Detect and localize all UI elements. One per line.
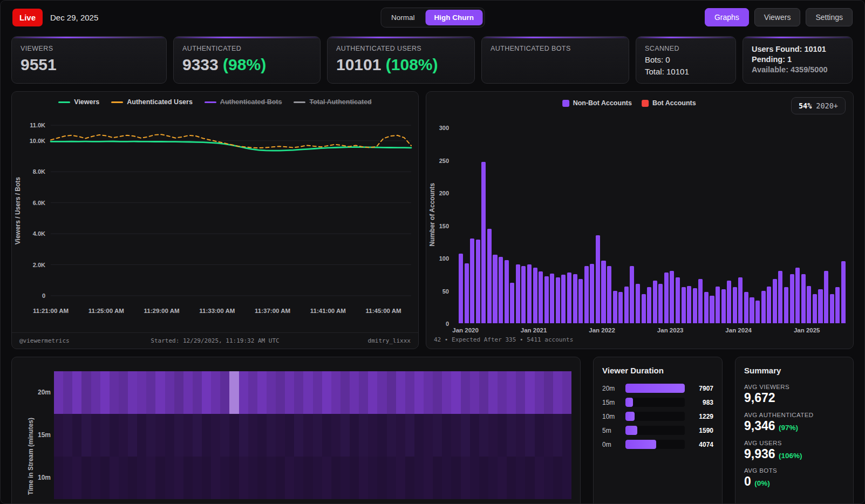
account-bar: [790, 274, 794, 323]
account-bar: [738, 277, 743, 323]
heatmap-cell: [479, 457, 488, 499]
summary-item-avg-viewers: AVG VIEWERS9,672: [744, 384, 844, 406]
mode-button-normal[interactable]: Normal: [383, 10, 424, 25]
footer-channel: @viewermetrics: [19, 337, 117, 344]
heatmap-cell: [479, 371, 488, 414]
heatmap-cell: [267, 371, 276, 414]
bar-x-tick: Jan 2022: [589, 327, 615, 333]
heatmap-cell: [239, 457, 248, 499]
heatmap-cell: [359, 414, 368, 457]
heatmap-cell: [405, 457, 414, 499]
legend-item-total-authenticated[interactable]: Total Authenticated: [294, 98, 371, 106]
heatmap-cell: [414, 371, 424, 414]
heatmap-cell: [220, 457, 229, 499]
duration-value: 1229: [690, 413, 713, 420]
heatmap-cell: [340, 457, 350, 499]
stat-card-viewers: VIEWERS 9551: [11, 36, 167, 84]
account-bar: [830, 294, 834, 323]
legend-swatch-non-bot-accounts: [562, 100, 569, 107]
heatmap-cell: [165, 457, 174, 499]
summary-item-label: AVG USERS: [744, 440, 844, 446]
svg-text:6.0K: 6.0K: [33, 200, 45, 206]
heatmap-cell: [313, 371, 322, 414]
legend-item-non-bot-accounts[interactable]: Non-Bot Accounts: [562, 99, 632, 107]
legend-item-authenticated-bots[interactable]: Authenticated Bots: [205, 98, 282, 106]
account-bar: [670, 271, 674, 323]
duration-bar-fill: [625, 398, 633, 407]
stat-label: AUTHENTICATED: [182, 45, 311, 52]
heatmap-cell: [322, 371, 331, 414]
legend-label: Non-Bot Accounts: [573, 99, 632, 107]
svg-text:11:33:00 AM: 11:33:00 AM: [199, 308, 235, 314]
mode-button-high-churn[interactable]: High Churn: [426, 10, 483, 25]
duration-row-15m: 15m983: [602, 398, 713, 407]
nav-button-viewers[interactable]: Viewers: [754, 8, 801, 26]
bar-y-tick: 50: [442, 288, 449, 295]
heatmap-cell: [110, 457, 119, 499]
account-bar: [767, 287, 771, 323]
heatmap-cell: [155, 371, 165, 414]
svg-text:2.0K: 2.0K: [33, 262, 45, 268]
heatmap-cell: [248, 371, 257, 414]
duration-bar-track: [625, 426, 685, 435]
account-bar: [682, 287, 686, 323]
heatmap-y-axis-title: Time in Stream (minutes): [27, 418, 35, 495]
nav-button-settings[interactable]: Settings: [806, 8, 853, 26]
bar-y-tick: 150: [439, 223, 449, 229]
heatmap-cell: [377, 414, 386, 457]
bar-y-tick: 250: [439, 158, 449, 164]
accounts-bar-chart-panel: Non-Bot AccountsBot Accounts 54% 2020+ N…: [426, 91, 854, 349]
svg-text:8.0K: 8.0K: [33, 168, 45, 175]
nav-button-graphs[interactable]: Graphs: [705, 8, 749, 26]
heatmap-cell: [322, 414, 331, 457]
heatmap-cell: [257, 414, 267, 457]
legend-item-viewers[interactable]: Viewers: [58, 98, 99, 106]
heatmap-cell: [553, 414, 562, 457]
legend-swatch-viewers: [58, 101, 70, 103]
line-chart-footer: @viewermetrics Started: 12/29/2025, 11:1…: [12, 332, 418, 349]
dashboard-root: Live Dec 29, 2025 NormalHigh Churn Graph…: [0, 0, 865, 504]
account-bar: [733, 287, 737, 323]
account-bar: [533, 268, 537, 323]
heatmap-cell: [81, 371, 91, 414]
bar-chart-body: Number of Accounts 050100150200250300 Ja…: [426, 117, 853, 336]
stat-value: 9551: [21, 56, 158, 74]
heatmap-cell: [72, 414, 81, 457]
nav-buttons: GraphsViewersSettings: [705, 8, 853, 26]
legend-label: Viewers: [74, 98, 99, 106]
heatmap-cell: [470, 371, 479, 414]
stat-card-authenticated-bots: AUTHENTICATED BOTS: [481, 36, 629, 84]
heatmap-cell: [119, 457, 128, 499]
account-bar: [750, 297, 754, 323]
summary-value-number: 0: [744, 474, 751, 488]
svg-text:11:41:00 AM: 11:41:00 AM: [310, 308, 346, 314]
summary-value-number: 9,346: [744, 419, 775, 433]
account-bar: [527, 264, 532, 323]
account-bar: [578, 279, 583, 323]
heatmap-cell: [544, 414, 553, 457]
heatmap-cell: [507, 414, 516, 457]
heatmap-cell: [229, 414, 239, 457]
mode-toggle: NormalHigh Churn: [380, 8, 485, 28]
heatmap-row-label-15m: 15m: [35, 431, 51, 439]
account-bar: [481, 162, 486, 323]
heatmap-cell: [174, 371, 183, 414]
badge-era: 2020+: [816, 101, 838, 110]
account-bar: [516, 264, 520, 323]
legend-swatch-authenticated-users: [111, 101, 123, 103]
heatmap-cell: [405, 414, 414, 457]
account-bar: [727, 281, 731, 323]
heatmap-cell: [451, 414, 460, 457]
svg-text:11:37:00 AM: 11:37:00 AM: [255, 308, 290, 314]
summary-value-percent: (97%): [779, 424, 798, 432]
heatmap-grid: [54, 371, 571, 499]
legend-item-bot-accounts[interactable]: Bot Accounts: [642, 99, 696, 107]
duration-row-20m: 20m7907: [602, 384, 713, 393]
heatmap-cell: [498, 371, 507, 414]
account-bar: [778, 271, 782, 323]
duration-value: 4074: [690, 441, 713, 448]
heatmap-cell: [451, 457, 460, 499]
heatmap-cell: [229, 371, 239, 414]
legend-item-authenticated-users[interactable]: Authenticated Users: [111, 98, 193, 106]
heatmap-cell: [535, 414, 544, 457]
